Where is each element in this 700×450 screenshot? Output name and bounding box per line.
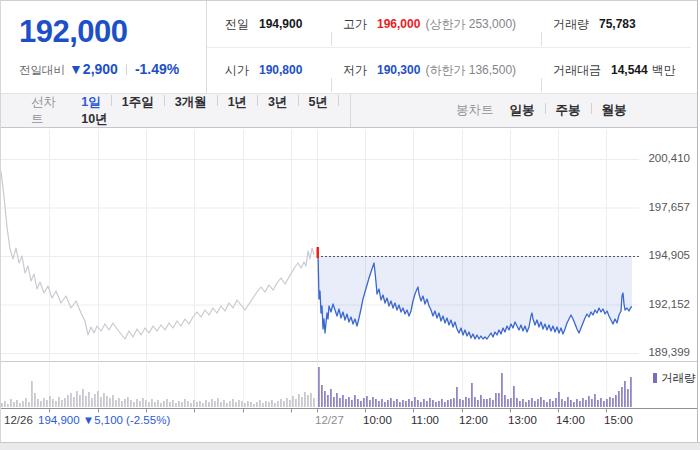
- change-label: 전일대비: [19, 64, 65, 76]
- price-header: 192,000 전일대비▼2,900-1.49% 전일 194,900 고가 1…: [1, 1, 697, 93]
- change-value: ▼2,900: [69, 61, 118, 77]
- divider: [541, 32, 542, 46]
- stat-low: 저가 190,300 (하한가 136,500): [331, 62, 541, 79]
- divider: [331, 32, 332, 46]
- time-label: 14:00: [556, 414, 585, 426]
- y-axis-label: 197,657: [620, 201, 690, 213]
- tab-3years[interactable]: 3년: [268, 95, 287, 109]
- candle-chart-tabs: 봉차트 일봉주봉월봉: [351, 94, 627, 127]
- divider: [164, 95, 165, 106]
- divider: [298, 95, 299, 106]
- tab-5years[interactable]: 5년: [309, 95, 328, 109]
- divider: [217, 95, 218, 106]
- stat-prev-close: 전일 194,900: [207, 16, 331, 33]
- prev-day-close-info: 194,900 ▼5,100 (-2.55%): [38, 414, 170, 426]
- tab-3months[interactable]: 3개월: [175, 95, 207, 109]
- time-label: 10:00: [363, 414, 392, 426]
- stock-chart-widget: 192,000 전일대비▼2,900-1.49% 전일 194,900 고가 1…: [0, 0, 698, 442]
- divider: [257, 95, 258, 106]
- divider: [338, 95, 339, 106]
- price-change-row: 전일대비▼2,900-1.49%: [19, 61, 179, 78]
- time-label: 11:00: [411, 414, 439, 426]
- chart-period-tabbar: 선차트 1일1주일3개월1년3년5년10년 봉차트 일봉주봉월봉: [1, 93, 697, 128]
- tab-daily[interactable]: 일봉: [510, 103, 535, 117]
- chart-svg[interactable]: [1, 128, 700, 442]
- line-chart-caption: 선차트: [31, 94, 65, 128]
- change-percent: -1.49%: [135, 61, 179, 77]
- time-label: 12:00: [459, 414, 488, 426]
- prev-day-date: 12/26: [4, 414, 33, 426]
- x-axis-labels: 12/26194,900 ▼5,100 (-2.55%)12/2710:0011…: [1, 414, 700, 430]
- volume-legend: 거래량: [653, 371, 696, 386]
- tab-1day[interactable]: 1일: [81, 95, 100, 109]
- stats-panel: 전일 194,900 고가 196,000 (상한가 253,000) 거래량 …: [207, 1, 697, 93]
- volume-swatch-icon: [653, 373, 657, 383]
- divider: [591, 103, 592, 114]
- divider: [545, 103, 546, 114]
- current-price: 192,000: [19, 14, 128, 50]
- tab-10years[interactable]: 10년: [81, 112, 107, 126]
- divider: [541, 78, 542, 92]
- y-axis-label: 200,410: [620, 152, 690, 164]
- stat-high: 고가 196,000 (상한가 253,000): [331, 16, 541, 33]
- current-price-block: 192,000 전일대비▼2,900-1.49%: [1, 1, 206, 93]
- current-day-date: 12/27: [315, 414, 344, 426]
- bottom-strip: [0, 442, 700, 450]
- stat-volume: 거래량 75,783: [541, 16, 691, 33]
- chart-area[interactable]: 거래량 12/26194,900 ▼5,100 (-2.55%)12/2710:…: [1, 128, 700, 442]
- time-label: 13:00: [508, 414, 537, 426]
- y-axis-label: 194,905: [620, 249, 690, 261]
- line-chart-tabs: 선차트 1일1주일3개월1년3년5년10년: [1, 94, 351, 127]
- y-axis-label: 192,152: [620, 298, 690, 310]
- tab-monthly[interactable]: 월봉: [602, 103, 627, 117]
- y-axis-label: 189,399: [620, 346, 690, 358]
- tab-weekly[interactable]: 주봉: [556, 103, 581, 117]
- tab-1week[interactable]: 1주일: [122, 95, 154, 109]
- divider: [126, 64, 127, 75]
- divider: [331, 78, 332, 92]
- time-label: 15:00: [604, 414, 633, 426]
- stat-trade-amount: 거래대금 14,544 백만: [541, 62, 691, 79]
- tab-1year[interactable]: 1년: [228, 95, 247, 109]
- divider: [111, 95, 112, 106]
- stat-open: 시가 190,800: [207, 62, 331, 79]
- candle-chart-caption: 봉차트: [456, 102, 494, 119]
